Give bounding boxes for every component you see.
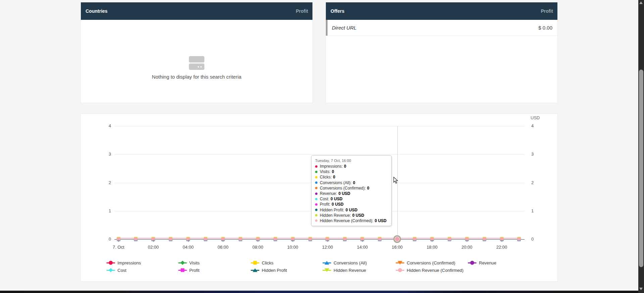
x-axis-tick: [223, 240, 223, 242]
data-point-marker: [134, 237, 138, 241]
x-axis-label: 10:00: [282, 245, 303, 250]
offers-panel-title: Offers: [331, 8, 344, 14]
legend-square-icon: [178, 267, 187, 274]
tooltip-metric-row: Impressions:0: [315, 164, 388, 169]
data-point-marker: [308, 237, 312, 241]
y-axis-label-right: 4: [531, 123, 543, 128]
tooltip-metric-row: Hidden Revenue (Confirmed):0 USD: [315, 218, 388, 223]
legend-item[interactable]: Profit: [178, 267, 199, 274]
y-axis-label-left: 4: [99, 123, 111, 128]
scrollbar-down-arrow-icon[interactable]: [639, 288, 643, 290]
data-point-marker: [448, 237, 451, 241]
countries-panel: Countries Profit Nothing to display for …: [81, 2, 313, 103]
x-axis-tick: [502, 240, 502, 242]
legend-label: Hidden Revenue: [334, 268, 366, 273]
data-point-marker: [169, 237, 172, 241]
x-axis-label: 22:00: [491, 245, 512, 250]
x-axis-label: 06:00: [212, 245, 234, 250]
legend-item[interactable]: Visits: [178, 259, 200, 266]
offers-panel: Offers Profit Direct URL $ 0.00: [326, 2, 558, 103]
legend-label: Profit: [189, 268, 199, 273]
data-point-marker: [378, 237, 382, 241]
y-axis-label-right: 3: [531, 152, 543, 157]
y-axis-label-left: 3: [99, 152, 111, 157]
y-axis-label-left: 2: [99, 180, 111, 185]
x-axis-tick: [153, 240, 154, 242]
x-axis-line: [114, 239, 525, 240]
tooltip-series-dot-icon: [315, 193, 317, 195]
legend-item[interactable]: Cost: [106, 267, 127, 274]
x-axis-tick: [467, 240, 467, 242]
y-axis-label-left: 0: [99, 237, 111, 242]
countries-panel-body: Nothing to display for this search crite…: [81, 20, 312, 103]
tooltip-series-dot-icon: [315, 171, 317, 173]
hovered-data-point[interactable]: [393, 235, 401, 243]
legend-label: Clicks: [262, 260, 274, 265]
legend-item[interactable]: Conversions (All): [323, 259, 367, 266]
mouse-cursor-icon: [393, 177, 398, 185]
offer-row[interactable]: Direct URL $ 0.00: [326, 20, 557, 36]
tooltip-metric-row: Hidden Revenue:0 USD: [315, 213, 388, 218]
legend-triangle-up-icon: [251, 267, 259, 274]
y-axis-unit-label: USD: [531, 115, 540, 120]
x-axis-label: 04:00: [178, 245, 199, 250]
legend-label: Hidden Revenue (Confirmed): [407, 268, 463, 273]
page-scrollbar[interactable]: [638, 0, 644, 293]
x-axis-label: 08:00: [247, 245, 268, 250]
empty-state-message: Nothing to display for this search crite…: [81, 74, 312, 80]
tooltip-series-dot-icon: [315, 209, 317, 211]
legend-item[interactable]: Clicks: [251, 259, 274, 266]
scrollbar-thumb[interactable]: [639, 70, 643, 267]
taskbar-strip: [0, 291, 644, 293]
countries-metric-column-label: Profit: [296, 8, 308, 14]
legend-item[interactable]: Impressions: [106, 259, 141, 266]
x-axis-tick: [293, 240, 293, 242]
y-axis-label-right: 0: [531, 237, 543, 242]
offer-name: Direct URL: [332, 25, 356, 31]
legend-label: Hidden Profit: [262, 268, 287, 273]
legend-triangle-up-icon: [323, 259, 331, 266]
chart-panel: USD 44332211007. Oct02:0004:0006:0008:00…: [81, 114, 558, 282]
x-axis-label: 16:00: [387, 245, 408, 250]
x-axis-tick: [432, 240, 432, 242]
tooltip-series-dot-icon: [315, 214, 317, 216]
legend-triangle-down-icon: [396, 259, 404, 266]
x-axis-tick: [258, 240, 258, 242]
x-axis-tick: [118, 240, 119, 242]
flat-series-line: [116, 238, 521, 239]
x-axis-label: 14:00: [352, 245, 373, 250]
legend-label: Impressions: [117, 260, 141, 265]
offers-metric-column-label: Profit: [541, 8, 553, 14]
legend-label: Conversions (Confirmed): [407, 260, 455, 265]
x-axis-label: 02:00: [143, 245, 164, 250]
scrollbar-up-arrow-icon[interactable]: [639, 1, 643, 4]
data-point-marker: [413, 237, 416, 241]
legend-label: Cost: [117, 268, 127, 273]
legend-item[interactable]: Hidden Revenue (Confirmed): [396, 267, 463, 274]
legend-item[interactable]: Hidden Profit: [251, 267, 287, 274]
data-point-marker: [483, 237, 486, 241]
x-axis-label: 7. Oct: [108, 245, 129, 250]
tooltip-series-dot-icon: [315, 165, 317, 168]
countries-panel-title: Countries: [86, 8, 107, 14]
countries-empty-state: Nothing to display for this search crite…: [81, 56, 312, 80]
tooltip-series-dot-icon: [315, 198, 317, 200]
data-point-marker: [517, 237, 521, 241]
data-point-marker: [204, 237, 207, 241]
tooltip-metric-row: Conversions (Confirmed):0: [315, 185, 388, 191]
legend-label: Conversions (All): [334, 260, 367, 265]
legend-item[interactable]: Revenue: [468, 259, 496, 266]
countries-panel-header: Countries Profit: [81, 2, 312, 20]
empty-data-icon: [189, 56, 204, 70]
legend-item[interactable]: Conversions (Confirmed): [396, 259, 455, 266]
offers-panel-body: Direct URL $ 0.00: [326, 20, 557, 103]
legend-diamond-icon: [106, 267, 115, 274]
legend-item[interactable]: Hidden Revenue: [323, 267, 366, 274]
data-point-marker: [239, 237, 242, 241]
tooltip-metric-row: Visits:0: [315, 169, 388, 174]
legend-circle-icon: [396, 267, 404, 274]
x-axis-label: 20:00: [456, 245, 478, 250]
offer-profit-value: $ 0.00: [538, 25, 552, 31]
tooltip-series-dot-icon: [315, 187, 317, 189]
x-axis-tick: [188, 240, 189, 242]
